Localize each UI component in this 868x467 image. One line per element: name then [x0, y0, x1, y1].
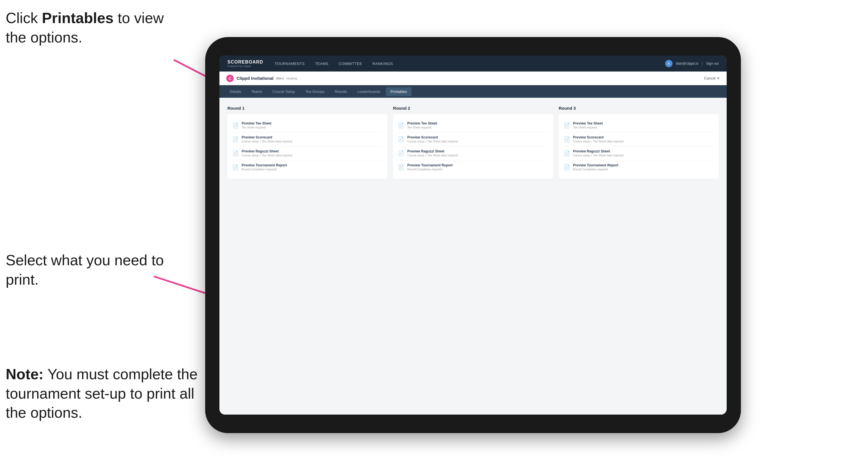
annotation-top: Click Printables to view the options. — [6, 8, 171, 47]
scoreboard-title: SCOREBOARD — [227, 60, 263, 65]
r3-scorecard-title: Preview Scorecard — [573, 135, 623, 139]
r2-scorecard[interactable]: 📄 Preview Scorecard Course setup + Tee S… — [398, 132, 548, 147]
tab-details[interactable]: Details — [225, 87, 246, 96]
annotation-bottom: Note: You must complete the tournament s… — [6, 365, 199, 423]
document-icon: 📄 — [232, 135, 239, 143]
round-1-column: Round 1 📄 Preview Tee Sheet Tee Sheet re… — [227, 106, 387, 179]
user-avatar: B — [665, 60, 673, 67]
sub-header: C Clippd Invitational (Men) Hosting Canc… — [219, 71, 727, 85]
round-3-column: Round 3 📄 Preview Tee Sheet Tee Sheet re… — [559, 106, 719, 179]
round-3-title: Round 3 — [559, 106, 719, 111]
round-2-column: Round 2 📄 Preview Tee Sheet Tee Sheet re… — [393, 106, 553, 179]
tab-results[interactable]: Results — [330, 87, 352, 96]
annotation-top-text: Click Printables to view the options. — [6, 10, 164, 45]
r1-scorecard-title: Preview Scorecard — [242, 135, 292, 139]
rounds-grid: Round 1 📄 Preview Tee Sheet Tee Sheet re… — [227, 106, 719, 179]
r1-tee-sheet-title: Preview Tee Sheet — [242, 121, 272, 125]
r2-tee-sheet-subtitle: Tee Sheet required — [407, 126, 437, 129]
annotation-bottom-text: Note: You must complete the tournament s… — [6, 366, 197, 421]
top-nav-links: TOURNAMENTS TEAMS COMMITTEE RANKINGS — [275, 62, 665, 66]
r2-scorecard-subtitle: Course setup + Tee Sheet data required — [407, 140, 458, 143]
round-1-title: Round 1 — [227, 106, 387, 111]
tournament-logo: C — [226, 75, 234, 82]
r1-tournament-report[interactable]: 📄 Preview Tournament Report Round Comple… — [232, 160, 383, 174]
document-icon: 📄 — [398, 121, 404, 129]
tab-tee-groups[interactable]: Tee Groups — [301, 87, 329, 96]
cancel-x-icon: ✕ — [717, 76, 720, 80]
tab-teams[interactable]: Teams — [247, 87, 267, 96]
r1-raguzzi-title: Preview Raguzzi Sheet — [242, 149, 292, 153]
r3-raguzzi[interactable]: 📄 Preview Raguzzi Sheet Course setup + T… — [563, 147, 714, 160]
nav-rankings[interactable]: RANKINGS — [372, 62, 393, 66]
powered-by: Powered by clippd — [227, 65, 263, 67]
document-icon: 📄 — [563, 121, 570, 129]
r3-raguzzi-title: Preview Raguzzi Sheet — [573, 149, 623, 153]
r2-report-subtitle: Round Completion required — [407, 168, 453, 171]
r2-raguzzi[interactable]: 📄 Preview Raguzzi Sheet Course setup + T… — [398, 147, 548, 160]
user-email: blair@clippd.io — [676, 62, 699, 65]
r2-tee-sheet-title: Preview Tee Sheet — [407, 121, 437, 125]
annotation-middle: Select what you need to print. — [6, 251, 171, 289]
r1-raguzzi-subtitle: Course setup + Tee Sheet data required — [242, 154, 292, 157]
top-nav-right: B blair@clippd.io | Sign out — [665, 60, 719, 67]
tab-bar: Details Teams Course Setup Tee Groups Re… — [219, 85, 727, 98]
r3-tee-sheet[interactable]: 📄 Preview Tee Sheet Tee Sheet required — [563, 119, 714, 132]
r1-report-title: Preview Tournament Report — [242, 163, 287, 167]
tab-leaderboards[interactable]: Leaderboards — [353, 87, 385, 96]
r1-report-subtitle: Round Completion required — [242, 168, 287, 171]
tournament-name: Clippd Invitational — [237, 76, 274, 81]
r1-tee-sheet-subtitle: Tee Sheet required — [242, 126, 272, 129]
document-icon: 📄 — [398, 135, 404, 143]
annotation-middle-text: Select what you need to print. — [6, 252, 164, 288]
sign-out-link[interactable]: Sign out — [706, 62, 719, 65]
document-icon: 📄 — [563, 135, 570, 143]
round-1-card: 📄 Preview Tee Sheet Tee Sheet required 📄… — [227, 114, 387, 179]
nav-committee[interactable]: COMMITTEE — [339, 62, 363, 66]
tablet-screen: SCOREBOARD Powered by clippd TOURNAMENTS… — [219, 56, 727, 414]
scoreboard-logo: SCOREBOARD Powered by clippd — [227, 60, 263, 67]
r3-scorecard-subtitle: Course setup + Tee Sheet data required — [573, 140, 623, 143]
r1-scorecard[interactable]: 📄 Preview Scorecard Course setup + Tee S… — [232, 132, 383, 147]
document-icon: 📄 — [563, 163, 570, 171]
r2-report-title: Preview Tournament Report — [407, 163, 453, 167]
r3-tee-sheet-subtitle: Tee Sheet required — [573, 126, 603, 129]
document-icon: 📄 — [232, 149, 239, 157]
r3-report-title: Preview Tournament Report — [573, 163, 618, 167]
round-3-card: 📄 Preview Tee Sheet Tee Sheet required 📄… — [559, 114, 719, 179]
tournament-badge: (Men) — [276, 76, 284, 80]
r3-tee-sheet-title: Preview Tee Sheet — [573, 121, 603, 125]
nav-tournaments[interactable]: TOURNAMENTS — [275, 62, 305, 66]
document-icon: 📄 — [563, 149, 570, 157]
round-2-card: 📄 Preview Tee Sheet Tee Sheet required 📄… — [393, 114, 553, 179]
round-2-title: Round 2 — [393, 106, 553, 111]
tab-course-setup[interactable]: Course Setup — [268, 87, 300, 96]
document-icon: 📄 — [398, 149, 404, 157]
r3-report-subtitle: Round Completion required — [573, 168, 618, 171]
cancel-button[interactable]: Cancel ✕ — [704, 76, 720, 80]
main-content: Round 1 📄 Preview Tee Sheet Tee Sheet re… — [219, 98, 727, 414]
nav-teams[interactable]: TEAMS — [315, 62, 328, 66]
r2-scorecard-title: Preview Scorecard — [407, 135, 458, 139]
r2-tee-sheet[interactable]: 📄 Preview Tee Sheet Tee Sheet required — [398, 119, 548, 132]
document-icon: 📄 — [398, 163, 404, 171]
r1-scorecard-subtitle: Course setup + Tee Sheet data required — [242, 140, 292, 143]
tournament-status: Hosting — [286, 76, 297, 80]
r2-raguzzi-title: Preview Raguzzi Sheet — [407, 149, 458, 153]
tab-printables[interactable]: Printables — [386, 87, 411, 96]
r1-tee-sheet[interactable]: 📄 Preview Tee Sheet Tee Sheet required — [232, 119, 383, 132]
r2-raguzzi-subtitle: Course setup + Tee Sheet data required — [407, 154, 458, 157]
tablet-device: SCOREBOARD Powered by clippd TOURNAMENTS… — [205, 37, 741, 433]
r2-tournament-report[interactable]: 📄 Preview Tournament Report Round Comple… — [398, 160, 548, 174]
top-nav: SCOREBOARD Powered by clippd TOURNAMENTS… — [219, 56, 727, 71]
r1-raguzzi[interactable]: 📄 Preview Raguzzi Sheet Course setup + T… — [232, 147, 383, 160]
r3-scorecard[interactable]: 📄 Preview Scorecard Course setup + Tee S… — [563, 132, 714, 147]
nav-separator: | — [702, 62, 703, 65]
document-icon: 📄 — [232, 163, 239, 171]
r3-raguzzi-subtitle: Course setup + Tee Sheet data required — [573, 154, 623, 157]
document-icon: 📄 — [232, 121, 239, 129]
r3-tournament-report[interactable]: 📄 Preview Tournament Report Round Comple… — [563, 160, 714, 174]
